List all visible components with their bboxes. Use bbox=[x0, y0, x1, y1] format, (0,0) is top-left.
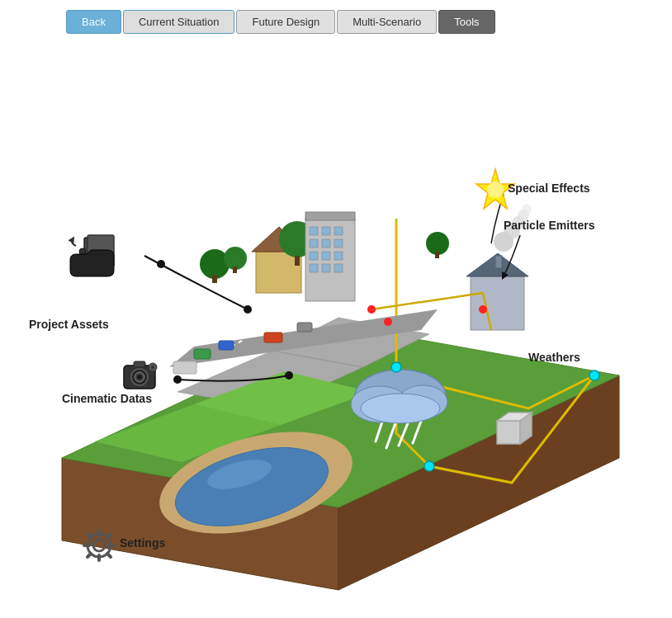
tab-current-situation[interactable]: Current Situation bbox=[123, 10, 235, 34]
svg-rect-62 bbox=[497, 421, 520, 444]
svg-point-94 bbox=[224, 247, 247, 270]
svg-rect-24 bbox=[334, 252, 343, 260]
svg-rect-41 bbox=[173, 361, 196, 374]
svg-point-59 bbox=[367, 305, 376, 314]
svg-line-88 bbox=[88, 534, 91, 537]
svg-point-53 bbox=[157, 260, 165, 268]
cinematic-datas-label[interactable]: Cinematic Datas bbox=[62, 392, 152, 405]
project-assets-label[interactable]: Project Assets bbox=[29, 318, 109, 331]
special-effects-label[interactable]: Special Effects bbox=[508, 182, 590, 195]
svg-point-78 bbox=[137, 375, 142, 380]
tab-multi-scenario[interactable]: Multi-Scenario bbox=[337, 10, 437, 34]
svg-rect-25 bbox=[310, 264, 318, 272]
tab-tools[interactable]: Tools bbox=[438, 10, 495, 34]
svg-rect-17 bbox=[322, 227, 330, 235]
svg-rect-28 bbox=[305, 212, 355, 220]
svg-point-54 bbox=[173, 375, 182, 384]
svg-rect-22 bbox=[310, 252, 318, 260]
particle-emitters-label[interactable]: Particle Emitters bbox=[504, 219, 595, 232]
svg-rect-93 bbox=[212, 275, 217, 283]
svg-rect-37 bbox=[194, 349, 211, 359]
svg-line-91 bbox=[88, 554, 91, 557]
weathers-label[interactable]: Weathers bbox=[528, 351, 580, 364]
main-scene: Special Effects Particle Emitters Projec… bbox=[17, 54, 660, 606]
svg-rect-97 bbox=[435, 252, 439, 258]
back-button[interactable]: Back bbox=[66, 10, 121, 34]
svg-rect-26 bbox=[322, 264, 330, 272]
svg-rect-16 bbox=[310, 227, 318, 235]
svg-point-51 bbox=[361, 394, 440, 423]
svg-rect-79 bbox=[134, 361, 145, 367]
svg-point-58 bbox=[589, 370, 599, 380]
svg-rect-29 bbox=[471, 276, 524, 330]
tab-future-design[interactable]: Future Design bbox=[236, 10, 335, 34]
svg-point-96 bbox=[426, 232, 449, 255]
svg-rect-18 bbox=[334, 227, 343, 235]
svg-rect-14 bbox=[295, 256, 300, 266]
svg-point-56 bbox=[391, 362, 401, 372]
settings-label[interactable]: Settings bbox=[120, 536, 165, 550]
svg-rect-95 bbox=[233, 267, 237, 273]
svg-rect-20 bbox=[322, 239, 330, 248]
svg-line-89 bbox=[107, 554, 111, 557]
svg-point-69 bbox=[522, 204, 532, 214]
svg-rect-23 bbox=[322, 252, 330, 260]
svg-point-52 bbox=[244, 305, 252, 314]
svg-rect-11 bbox=[256, 252, 301, 293]
svg-point-71 bbox=[487, 182, 504, 198]
svg-point-55 bbox=[285, 371, 293, 380]
svg-rect-27 bbox=[334, 264, 343, 272]
svg-point-81 bbox=[151, 366, 154, 369]
svg-point-60 bbox=[384, 318, 392, 326]
svg-point-57 bbox=[424, 461, 434, 471]
svg-line-90 bbox=[107, 534, 111, 537]
svg-rect-21 bbox=[334, 239, 343, 248]
svg-point-61 bbox=[479, 305, 487, 314]
svg-line-42 bbox=[371, 293, 483, 309]
svg-rect-31 bbox=[495, 256, 502, 268]
svg-rect-19 bbox=[310, 239, 318, 248]
svg-rect-40 bbox=[297, 323, 312, 332]
svg-rect-38 bbox=[219, 341, 234, 350]
navbar: Back Current Situation Future Design Mul… bbox=[66, 10, 495, 34]
svg-rect-39 bbox=[264, 333, 282, 342]
